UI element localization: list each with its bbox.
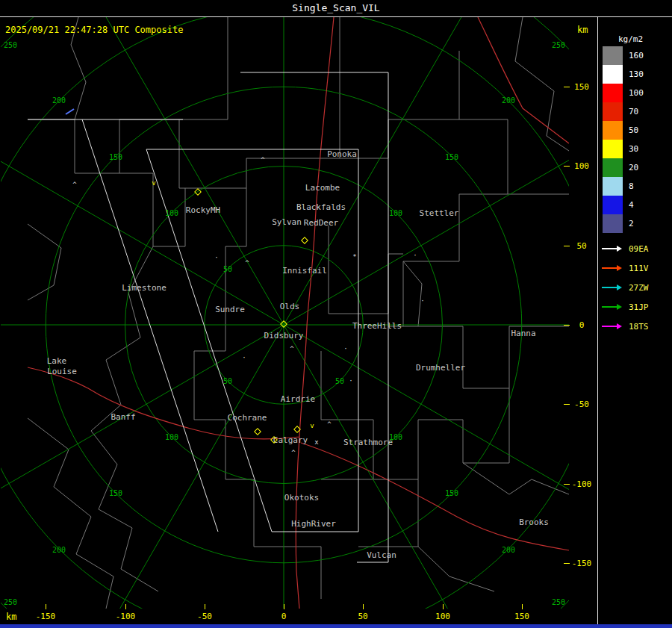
legend-panel-divider	[597, 16, 598, 624]
colorbar-value: 160	[629, 51, 644, 60]
colorbar-value: 70	[629, 107, 638, 116]
station-arrow-icon	[602, 248, 617, 249]
colorbar-value: 2	[629, 219, 634, 228]
colorbar-entry: 2	[603, 214, 644, 233]
radar-app-window: Single_Scan_VIL PonokaLacombeBlackfaldsS…	[0, 0, 672, 628]
radar-sector-outline	[28, 72, 388, 562]
station-legend-item: 18TS	[602, 317, 649, 336]
colorbar-value: 100	[629, 88, 644, 98]
colorbar-swatch	[603, 102, 623, 121]
colorbar-entry: 130	[603, 65, 644, 84]
colorbar-value: 50	[629, 125, 638, 135]
station-id-label: 27ZW	[629, 283, 649, 293]
colorbar-entry: 8	[603, 177, 644, 196]
colorbar-entry: 70	[603, 102, 644, 121]
colorbar-swatch	[603, 121, 623, 140]
colorbar-swatch	[603, 84, 623, 102]
colorbar-swatch	[603, 196, 623, 214]
azimuth-line	[71, 0, 284, 325]
colorbar-swatch	[603, 140, 623, 158]
azimuth-line	[284, 0, 497, 325]
water-feature	[66, 109, 74, 114]
station-arrowhead-icon	[617, 323, 625, 329]
window-title: Single_Scan_VIL	[0, 2, 672, 13]
colorbar-entry: 20	[603, 158, 644, 177]
colorbar-value: 30	[629, 144, 638, 154]
vil-colorbar: 16013010070503020842	[603, 46, 644, 233]
colorbar-entry: 100	[603, 84, 644, 102]
station-arrowhead-icon	[617, 285, 625, 290]
county-boundaries	[28, 17, 569, 609]
colorbar-swatch	[603, 177, 623, 196]
azimuth-line	[284, 325, 497, 628]
colorbar-value: 130	[629, 69, 644, 79]
right-axis-unit-label: km	[577, 25, 588, 35]
colorbar-entry: 4	[603, 196, 644, 214]
azimuth-line	[0, 112, 284, 325]
bottom-axis-unit-label: km	[6, 612, 16, 622]
colorbar-entry: 30	[603, 140, 644, 158]
colorbar-unit-label: kg/m2	[618, 34, 643, 44]
colorbar-swatch	[603, 65, 623, 84]
station-arrow-icon	[602, 306, 617, 308]
radar-map-canvas[interactable]	[0, 0, 672, 628]
station-id-label: 111V	[629, 264, 649, 273]
scan-timestamp: 2025/09/21 22:47:28 UTC Composite	[5, 25, 183, 35]
colorbar-swatch	[603, 158, 623, 177]
station-arrowhead-icon	[617, 246, 625, 252]
station-arrow-icon	[602, 267, 617, 269]
colorbar-swatch	[603, 46, 623, 65]
station-id-label: 09EA	[629, 244, 649, 254]
station-id-label: 18TS	[629, 322, 649, 332]
azimuth-line	[0, 325, 284, 538]
colorbar-swatch	[603, 214, 623, 233]
station-legend-item: 31JP	[602, 297, 649, 317]
colorbar-value: 8	[629, 181, 634, 191]
station-legend: 09EA111V27ZW31JP18TS	[602, 239, 649, 336]
colorbar-entry: 50	[603, 121, 644, 140]
station-arrowhead-icon	[617, 304, 625, 310]
station-legend-item: 27ZW	[602, 278, 649, 297]
highway-lines	[28, 17, 569, 609]
station-arrow-icon	[602, 326, 617, 327]
range-ring	[0, 7, 601, 628]
azimuth-line	[71, 325, 284, 628]
title-divider	[0, 16, 672, 17]
colorbar-value: 4	[629, 200, 634, 210]
station-legend-item: 111V	[602, 258, 649, 278]
station-legend-item: 09EA	[602, 239, 649, 258]
colorbar-value: 20	[629, 163, 638, 172]
bottom-window-edge	[0, 624, 672, 628]
station-id-label: 31JP	[629, 302, 649, 312]
station-arrowhead-icon	[617, 265, 625, 271]
colorbar-entry: 160	[603, 46, 644, 65]
station-arrow-icon	[602, 287, 617, 288]
